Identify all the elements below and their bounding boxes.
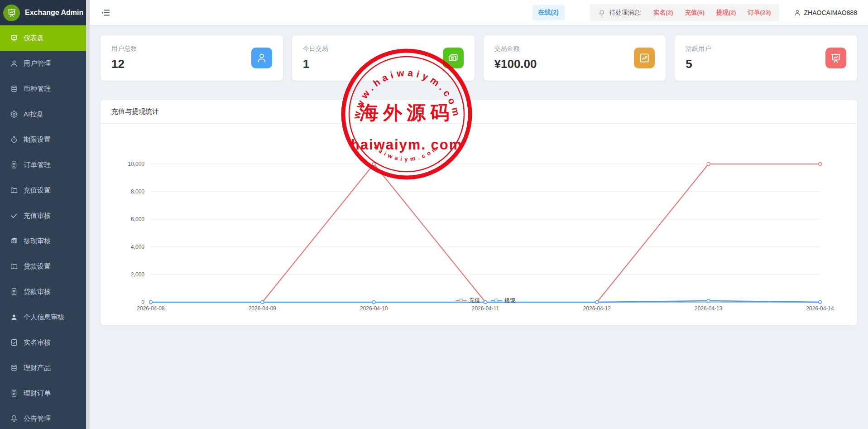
svg-text:2026-04-12: 2026-04-12 — [583, 305, 611, 312]
user-menu[interactable]: ZHAOCAIMAO888 — [794, 9, 857, 16]
sidebar-toggle-icon[interactable] — [101, 8, 110, 18]
sidebar-item-15[interactable]: 公告管理 — [0, 406, 86, 429]
stat-icon-tile — [634, 48, 655, 68]
app-title: Exchange Admin — [25, 9, 83, 17]
sidebar-item-11[interactable]: 个人信息审核 — [0, 304, 86, 330]
stat-label: 今日交易 — [303, 45, 328, 53]
online-badge[interactable]: 在线(2) — [532, 5, 565, 20]
topbar: 在线(2) 待处理消息: 实名(2)充值(6)提现(2)订单(23) ZHAOC… — [90, 0, 868, 25]
sidebar-item-label: 理财产品 — [24, 364, 51, 372]
stat-card-0: 用户总数12 — [101, 35, 283, 81]
gear-icon — [10, 110, 18, 118]
board-icon — [10, 34, 18, 42]
legend-label: 充值 — [469, 297, 480, 304]
sidebar-item-label: 实名审核 — [24, 338, 51, 347]
sidebar-item-14[interactable]: 理财订单 — [0, 381, 86, 406]
app-logo-icon — [3, 5, 20, 21]
sidebar-item-5[interactable]: 订单管理 — [0, 152, 86, 178]
pending-link-1[interactable]: 充值(6) — [685, 9, 705, 16]
sidebar-item-2[interactable]: 币种管理 — [0, 76, 86, 101]
username: ZHAOCAIMAO888 — [804, 9, 857, 16]
sidebar-item-8[interactable]: 提现审核 — [0, 228, 86, 254]
pending-link-0[interactable]: 实名(2) — [653, 9, 673, 16]
sidebar-item-label: 贷款审核 — [24, 288, 51, 296]
timer-icon — [10, 135, 18, 144]
sidebar: Exchange Admin 仪表盘用户管理币种管理AI控盘期限设置订单管理充值… — [0, 0, 86, 429]
sidebar-item-label: 用户管理 — [24, 59, 51, 68]
bell-icon — [598, 9, 605, 16]
sidebar-item-label: 仪表盘 — [24, 34, 44, 43]
stat-icon-tile — [825, 48, 846, 68]
sidebar-item-4[interactable]: 期限设置 — [0, 127, 86, 152]
chart-legend: 充值提现 — [456, 297, 515, 304]
svg-text:2026-04-08: 2026-04-08 — [137, 305, 165, 312]
sidebar-item-7[interactable]: 充值审核 — [0, 203, 86, 228]
page-content: 用户总数12今日交易1交易金额¥100.00活跃用户5 充值与提现统计 02,0… — [90, 25, 868, 335]
svg-text:2026-04-13: 2026-04-13 — [695, 305, 723, 312]
stat-label: 活跃用户 — [686, 45, 711, 53]
document-icon — [10, 389, 18, 397]
stat-value: ¥100.00 — [494, 57, 537, 71]
sidebar-item-label: 期限设置 — [24, 135, 51, 144]
sidebar-item-label: 提现审核 — [24, 237, 51, 246]
sidebar-item-3[interactable]: AI控盘 — [0, 101, 86, 127]
sidebar-item-label: 贷款设置 — [24, 262, 51, 271]
pending-messages-label: 待处理消息: — [609, 9, 642, 17]
sidebar-item-9[interactable]: 贷款设置 — [0, 254, 86, 279]
pending-messages-bar: 待处理消息: 实名(2)充值(6)提现(2)订单(23) — [590, 4, 779, 21]
sidebar-item-label: 币种管理 — [24, 85, 51, 93]
sidebar-item-0[interactable]: 仪表盘 — [0, 25, 86, 51]
svg-text:2,000: 2,000 — [131, 271, 144, 278]
bell-icon — [10, 415, 18, 423]
stat-label: 交易金额 — [494, 45, 537, 53]
user-icon — [10, 59, 18, 67]
money-icon — [447, 52, 459, 64]
legend-item-1[interactable]: 提现 — [491, 297, 515, 304]
chart-title: 充值与提现统计 — [101, 100, 857, 124]
stat-card-3: 活跃用户5 — [675, 35, 857, 81]
chart-card: 充值与提现统计 02,0004,0006,0008,00010,0002026-… — [101, 100, 857, 325]
svg-text:2026-04-11: 2026-04-11 — [472, 305, 499, 312]
topbar-right: 在线(2) 待处理消息: 实名(2)充值(6)提现(2)订单(23) ZHAOC… — [532, 4, 857, 21]
pending-link-3[interactable]: 订单(23) — [748, 9, 771, 16]
svg-text:4,000: 4,000 — [131, 244, 144, 250]
stat-card-1: 今日交易1 — [292, 35, 475, 81]
sidebar-item-label: AI控盘 — [24, 110, 43, 119]
line-chart: 02,0004,0006,0008,00010,0002026-04-08202… — [101, 124, 857, 325]
legend-marker-icon — [456, 299, 467, 303]
svg-text:8,000: 8,000 — [131, 188, 144, 195]
folder-icon — [10, 186, 18, 194]
svg-text:2026-04-10: 2026-04-10 — [360, 305, 388, 312]
sidebar-item-1[interactable]: 用户管理 — [0, 51, 86, 76]
sidebar-item-label: 个人信息审核 — [24, 313, 64, 322]
pending-message-links: 实名(2)充值(6)提现(2)订单(23) — [642, 8, 771, 17]
legend-item-0[interactable]: 充值 — [456, 297, 480, 304]
pending-link-2[interactable]: 提现(2) — [716, 9, 736, 16]
document-icon — [10, 161, 18, 169]
doc-check-icon — [10, 338, 18, 347]
sidebar-scrollbar[interactable] — [86, 0, 90, 429]
svg-text:6,000: 6,000 — [131, 216, 144, 222]
legend-label: 提现 — [504, 297, 515, 304]
stat-value: 12 — [111, 57, 137, 71]
sidebar-item-6[interactable]: 充值设置 — [0, 178, 86, 203]
sidebar-item-12[interactable]: 实名审核 — [0, 330, 86, 355]
sidebar-item-label: 公告管理 — [24, 415, 51, 423]
sidebar-menu: 仪表盘用户管理币种管理AI控盘期限设置订单管理充值设置充值审核提现审核贷款设置贷… — [0, 25, 86, 429]
board-icon — [830, 52, 842, 64]
money-icon — [10, 237, 18, 245]
coins-icon — [10, 364, 18, 372]
stat-value: 5 — [686, 57, 711, 71]
sidebar-item-10[interactable]: 贷款审核 — [0, 279, 86, 304]
sidebar-item-label: 订单管理 — [24, 161, 51, 169]
svg-text:2026-04-09: 2026-04-09 — [249, 305, 277, 312]
coins-icon — [10, 85, 18, 93]
sidebar-item-13[interactable]: 理财产品 — [0, 355, 86, 381]
trend-icon — [638, 52, 650, 64]
user-filled-icon — [10, 313, 18, 321]
legend-marker-icon — [491, 299, 502, 303]
sidebar-item-label: 理财订单 — [24, 389, 51, 398]
folder-icon — [10, 262, 18, 270]
user-icon — [794, 9, 801, 16]
sidebar-item-label: 充值审核 — [24, 212, 51, 220]
